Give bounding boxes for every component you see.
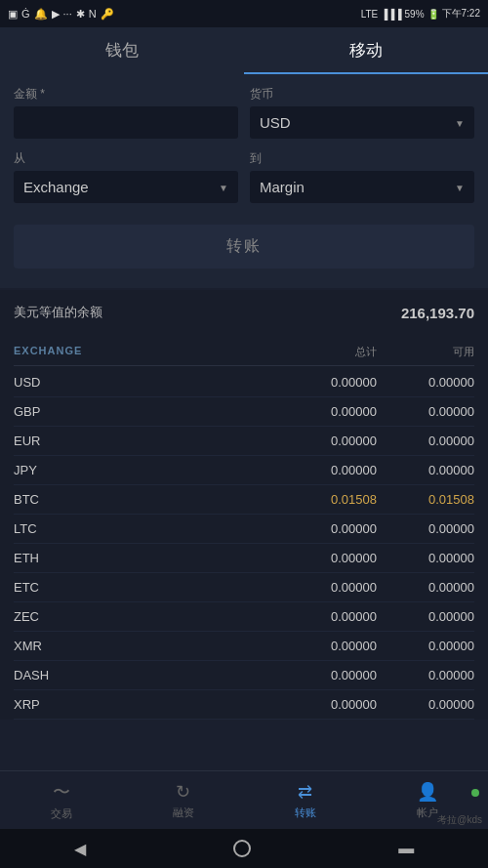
- currency-group: 货币 USD GBP EUR BTC: [250, 86, 474, 139]
- transfer-icon: ⇄: [298, 781, 312, 803]
- table-row: ETC0.000000.00000: [14, 573, 474, 602]
- row-avail: 0.00000: [377, 580, 474, 595]
- form-row-amount-currency: 金额 * 货币 USD GBP EUR BTC: [14, 86, 474, 139]
- account-label: 帐户: [417, 806, 438, 820]
- bt-icon: ✱: [76, 8, 85, 21]
- recents-button[interactable]: ▬: [398, 840, 414, 857]
- row-total: 0.00000: [260, 463, 377, 477]
- key-icon: 🔑: [101, 8, 114, 21]
- funding-icon: ↻: [176, 781, 190, 803]
- row-avail: 0.00000: [377, 639, 474, 653]
- back-button[interactable]: ◀: [74, 840, 86, 858]
- row-total: 0.01508: [260, 492, 377, 507]
- tab-wallet[interactable]: 钱包: [0, 27, 244, 74]
- table-row: ETH0.000000.00000: [14, 544, 474, 573]
- balance-row: 美元等值的余额 216,193.70: [14, 304, 474, 321]
- status-left: ▣ Ġ 🔔 ▶ ··· ✱ N 🔑: [8, 8, 114, 21]
- table-row: BTC0.015080.01508: [14, 485, 474, 515]
- col-avail-header: 可用: [377, 345, 474, 359]
- amount-input[interactable]: [14, 106, 238, 139]
- amount-label: 金额 *: [14, 86, 238, 103]
- balance-value: 216,193.70: [401, 305, 474, 321]
- row-total: 0.00000: [260, 580, 377, 595]
- from-select[interactable]: Exchange Margin: [14, 171, 238, 203]
- row-avail: 0.00000: [377, 404, 474, 419]
- tab-transfer[interactable]: 移动: [244, 27, 488, 74]
- row-currency: DASH: [14, 668, 260, 682]
- table-row: USD0.000000.00000: [14, 368, 474, 397]
- row-total: 0.00000: [260, 434, 377, 448]
- row-currency: ETC: [14, 580, 260, 595]
- to-label: 到: [250, 150, 474, 167]
- row-total: 0.00000: [260, 404, 377, 419]
- row-avail: 0.00000: [377, 609, 474, 624]
- row-currency: JPY: [14, 463, 260, 477]
- status-bar: ▣ Ġ 🔔 ▶ ··· ✱ N 🔑 LTE ▐▐▐ 59% 🔋 下午7:22: [0, 0, 488, 27]
- account-icon: 👤: [417, 781, 438, 803]
- nav-funding[interactable]: ↻ 融资: [122, 781, 244, 820]
- battery-label: 59%: [405, 9, 425, 20]
- funding-label: 融资: [173, 806, 194, 820]
- currency-select[interactable]: USD GBP EUR BTC: [250, 106, 474, 139]
- row-total: 0.00000: [260, 551, 377, 565]
- row-currency: EUR: [14, 434, 260, 448]
- account-online-dot: [471, 789, 479, 797]
- home-button[interactable]: [233, 840, 251, 857]
- row-total: 0.00000: [260, 639, 377, 653]
- top-tabs: 钱包 移动: [0, 27, 488, 74]
- row-currency: BTC: [14, 492, 260, 507]
- table-body: USD0.000000.00000GBP0.000000.00000EUR0.0…: [14, 368, 474, 720]
- row-total: 0.00000: [260, 668, 377, 682]
- bell-icon: 🔔: [34, 8, 48, 21]
- currency-label: 货币: [250, 86, 474, 103]
- to-select[interactable]: Margin Exchange: [250, 171, 474, 203]
- table-row: XRP0.000000.00000: [14, 690, 474, 720]
- play-icon: ▶: [52, 8, 60, 21]
- currency-select-wrapper: USD GBP EUR BTC: [250, 106, 474, 139]
- row-avail: 0.00000: [377, 551, 474, 565]
- row-currency: XMR: [14, 639, 260, 653]
- g-icon: Ġ: [21, 8, 30, 20]
- table-row: LTC0.000000.00000: [14, 515, 474, 544]
- row-currency: USD: [14, 375, 260, 390]
- trade-label: 交易: [51, 806, 72, 821]
- section-label: EXCHANGE: [14, 345, 260, 359]
- row-currency: XRP: [14, 697, 260, 712]
- transfer-button[interactable]: 转账: [14, 225, 474, 269]
- android-nav: ◀ ▬: [0, 829, 488, 868]
- form-row-from-to: 从 Exchange Margin 到 Margin Exchange: [14, 150, 474, 203]
- from-group: 从 Exchange Margin: [14, 150, 238, 203]
- row-total: 0.00000: [260, 521, 377, 536]
- row-currency: ETH: [14, 551, 260, 565]
- balance-section: 美元等值的余额 216,193.70: [0, 290, 488, 339]
- table-header: EXCHANGE 总计 可用: [14, 339, 474, 366]
- row-avail: 0.01508: [377, 492, 474, 507]
- table-row: ZEC0.000000.00000: [14, 602, 474, 632]
- row-avail: 0.00000: [377, 434, 474, 448]
- row-total: 0.00000: [260, 697, 377, 712]
- col-total-header: 总计: [260, 345, 377, 359]
- row-currency: ZEC: [14, 609, 260, 624]
- row-avail: 0.00000: [377, 697, 474, 712]
- balance-label: 美元等值的余额: [14, 304, 102, 321]
- form-area: 金额 * 货币 USD GBP EUR BTC 从 Exchange Margi…: [0, 74, 488, 288]
- row-avail: 0.00000: [377, 521, 474, 536]
- from-select-wrapper: Exchange Margin: [14, 171, 238, 203]
- dots-icon: ···: [63, 8, 72, 20]
- table-row: EUR0.000000.00000: [14, 427, 474, 456]
- bottom-nav: 〜 交易 ↻ 融资 ⇄ 转账 👤 帐户: [0, 770, 488, 829]
- row-avail: 0.00000: [377, 668, 474, 682]
- row-total: 0.00000: [260, 609, 377, 624]
- amount-group: 金额 *: [14, 86, 238, 139]
- to-group: 到 Margin Exchange: [250, 150, 474, 203]
- nav-trade[interactable]: 〜 交易: [0, 780, 122, 821]
- time-label: 下午7:22: [442, 7, 480, 21]
- row-currency: GBP: [14, 404, 260, 419]
- nav-transfer[interactable]: ⇄ 转账: [244, 781, 366, 820]
- battery-icon: 🔋: [427, 9, 439, 20]
- row-total: 0.00000: [260, 375, 377, 390]
- table-row: JPY0.000000.00000: [14, 456, 474, 485]
- transfer-btn-row: 转账: [14, 215, 474, 272]
- sim-icon: ▣: [8, 8, 18, 21]
- table-row: XMR0.000000.00000: [14, 632, 474, 661]
